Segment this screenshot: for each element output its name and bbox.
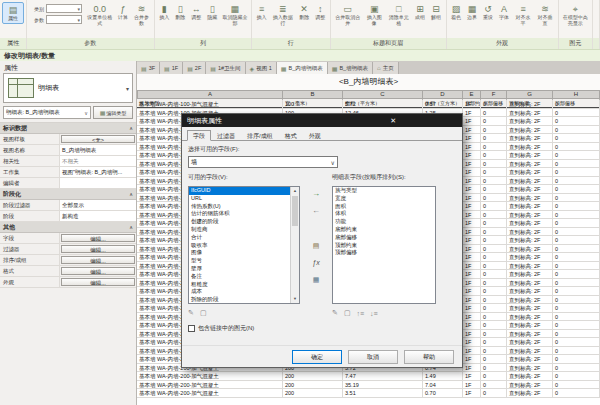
available-field-item[interactable]: 估计的钢筋体积 — [189, 210, 290, 218]
table-cell[interactable]: 直到标高: 2F — [507, 330, 553, 339]
delete-column-button[interactable]: ▯删除 — [173, 2, 188, 22]
table-cell[interactable]: 直到标高: 2F — [507, 338, 553, 347]
scheduled-field-item[interactable]: 功能 — [333, 218, 435, 226]
available-field-item[interactable]: 壁厚 — [189, 265, 290, 273]
add-field-button[interactable]: → — [309, 188, 323, 200]
scheduled-field-item[interactable]: 面积 — [333, 203, 435, 211]
scroll-down-icon[interactable]: ▼ — [291, 295, 299, 303]
table-cell[interactable]: 35.19 — [343, 381, 423, 390]
dialog-tab-格式[interactable]: 格式 — [279, 130, 303, 140]
table-cell[interactable]: 0 — [481, 313, 507, 322]
collapse-icon[interactable]: ∧ — [129, 189, 133, 199]
table-cell[interactable]: 0 — [481, 117, 507, 126]
scheduled-field-item[interactable]: 底部偏移 — [333, 234, 435, 242]
table-cell[interactable]: 0.70 — [423, 389, 463, 398]
table-cell[interactable]: 0 — [481, 389, 507, 398]
table-cell[interactable]: 直到标高: 2F — [507, 185, 553, 194]
table-cell[interactable]: 0 — [481, 185, 507, 194]
property-section-header[interactable]: 阶段化∧ — [0, 189, 136, 200]
table-cell[interactable]: 0 — [481, 381, 507, 390]
table-cell[interactable]: 直到标高: 2F — [507, 160, 553, 169]
table-cell[interactable]: 0 — [553, 160, 600, 169]
table-cell[interactable]: 0 — [481, 270, 507, 279]
available-field-item[interactable]: 传热系数(U) — [189, 203, 290, 211]
available-field-item[interactable]: 吸收率 — [189, 242, 290, 250]
table-cell[interactable]: 1F — [463, 134, 481, 143]
table-cell[interactable]: 0 — [553, 185, 600, 194]
table-cell[interactable]: 0 — [481, 287, 507, 296]
insert-data-row-button[interactable]: ≣插入数据行 — [270, 2, 296, 27]
property-edit-button[interactable]: 编辑... — [61, 256, 135, 264]
hide-column-button[interactable]: ▯隐藏 — [205, 2, 220, 22]
table-cell[interactable]: 基本墙 WA-内墙-200-加气混凝土 — [137, 389, 283, 398]
available-field-item[interactable]: 成本 — [189, 288, 290, 296]
table-cell[interactable]: 1F — [463, 355, 481, 364]
format-unit-button[interactable]: 0.0设置单位格式 — [85, 2, 114, 27]
table-cell[interactable]: 基本墙 WA-内墙-200-加气混凝土 — [137, 381, 283, 390]
table-cell[interactable]: 1F — [463, 313, 481, 322]
table-cell[interactable]: 1F — [463, 347, 481, 356]
table-cell[interactable]: 直到标高: 2F — [507, 372, 553, 381]
edit-scheduled-field-icon[interactable]: ✎ — [332, 309, 338, 317]
view-tab-2F[interactable]: ▤2F — [183, 62, 206, 74]
table-cell[interactable]: 0 — [553, 355, 600, 364]
property-edit-button[interactable]: <无> — [61, 135, 135, 143]
table-cell[interactable]: 1F — [463, 168, 481, 177]
delete-parameter-icon[interactable]: ▢ — [200, 309, 207, 317]
property-value[interactable]: 不相关 — [60, 156, 136, 166]
table-cell[interactable]: 0 — [553, 287, 600, 296]
参数-combo[interactable] — [46, 15, 82, 24]
table-cell[interactable]: 5.72 — [343, 100, 423, 109]
column-letter[interactable]: D — [423, 90, 463, 99]
ok-button[interactable]: 确定 — [292, 350, 342, 364]
table-cell[interactable]: 0 — [481, 143, 507, 152]
available-field-item[interactable]: 合计 — [189, 234, 290, 242]
table-cell[interactable]: 0 — [481, 338, 507, 347]
table-cell[interactable]: 0 — [481, 160, 507, 169]
available-field-item[interactable]: 图像 — [189, 249, 290, 257]
view-tab-1#卫生间[interactable]: ▤1#卫生间 — [206, 62, 245, 74]
table-cell[interactable]: 0 — [481, 177, 507, 186]
table-cell[interactable]: 直到标高: 2F — [507, 270, 553, 279]
view-selector-dropdown[interactable]: 明细表: B_内墙明细表 — [3, 106, 91, 119]
table-cell[interactable]: 直到标高: 2F — [507, 313, 553, 322]
table-cell[interactable]: 直到标高: 2F — [507, 151, 553, 160]
table-cell[interactable]: 1F — [463, 381, 481, 390]
table-cell[interactable]: 0 — [481, 109, 507, 118]
scrollbar[interactable]: ▲▼ — [290, 187, 299, 303]
table-cell[interactable]: 1F — [463, 151, 481, 160]
cancel-button[interactable]: 取消 — [348, 350, 398, 364]
combine-parameters-button[interactable]: ▦ — [309, 274, 323, 286]
available-field-item[interactable]: 备注 — [189, 273, 290, 281]
available-field-item[interactable]: 拆除的阶段 — [189, 296, 290, 304]
insert-image-button[interactable]: ▣插入图像 — [364, 2, 385, 27]
scheduled-fields-list[interactable]: 族与类型宽度面积体积功能底部约束底部偏移顶部约束顶部偏移 — [332, 186, 436, 304]
table-cell[interactable]: 直到标高: 2F — [507, 117, 553, 126]
property-value[interactable] — [60, 178, 136, 188]
table-cell[interactable]: 1F — [463, 321, 481, 330]
table-cell[interactable]: 200 — [283, 381, 343, 390]
type-selector[interactable]: 明细表 ▾ — [3, 73, 133, 103]
table-cell[interactable]: 0 — [553, 211, 600, 220]
table-cell[interactable]: 0 — [553, 279, 600, 288]
group-button[interactable]: ⊞成组 — [413, 2, 428, 22]
table-cell[interactable]: 1F — [463, 236, 481, 245]
table-cell[interactable]: 1F — [463, 279, 481, 288]
table-cell[interactable]: 0 — [481, 168, 507, 177]
table-cell[interactable]: 200 — [283, 372, 343, 381]
table-cell[interactable]: 0 — [481, 347, 507, 356]
table-cell[interactable]: 0 — [553, 270, 600, 279]
table-cell[interactable]: 0 — [481, 126, 507, 135]
available-field-item[interactable]: 创建的阶段 — [189, 218, 290, 226]
table-cell[interactable]: 直到标高: 2F — [507, 177, 553, 186]
column-letter[interactable]: H — [553, 90, 600, 99]
column-letter[interactable]: G — [507, 90, 553, 99]
table-cell[interactable]: 直到标高: 2F — [507, 279, 553, 288]
table-cell[interactable]: 0 — [553, 151, 600, 160]
property-edit-button[interactable]: 编辑... — [61, 267, 135, 275]
scheduled-field-item[interactable]: 顶部约束 — [333, 242, 435, 250]
table-cell[interactable]: 1F — [463, 100, 481, 109]
table-cell[interactable]: 0 — [553, 219, 600, 228]
view-tab-1F[interactable]: ▤1F — [160, 62, 183, 74]
scheduled-field-item[interactable]: 体积 — [333, 210, 435, 218]
